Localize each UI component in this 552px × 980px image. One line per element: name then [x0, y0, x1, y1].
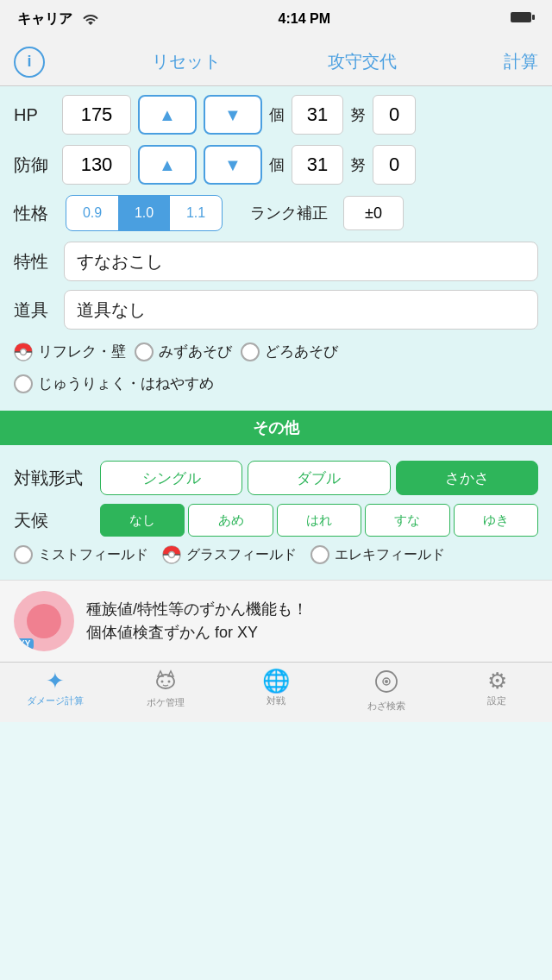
ability-row: 特性 すなおこし: [14, 242, 538, 281]
banner-line2: 個体値検査ずかん for XY: [86, 621, 308, 644]
mist-label: ミストフィールド: [38, 546, 148, 564]
section-header: その他: [0, 411, 552, 445]
battle-format-label: 対戦形式: [14, 467, 91, 490]
weather-rain-button[interactable]: あめ: [188, 504, 273, 537]
grass-field[interactable]: グラスフィールド: [162, 545, 297, 564]
defense-down-button[interactable]: ▼: [204, 145, 262, 185]
nature-opt-0[interactable]: 0.9: [66, 196, 118, 230]
weather-label: 天候: [14, 509, 91, 532]
condition-doroasobi[interactable]: どろあそび: [241, 342, 338, 361]
ability-input[interactable]: すなおこし: [64, 242, 538, 281]
radio-electric: [310, 545, 329, 564]
reset-button[interactable]: リセット: [152, 50, 221, 73]
damage-calc-icon: ✦: [46, 669, 65, 692]
condition-gravity-label: じゅうりょく・はねやすめ: [38, 374, 214, 393]
condition-row-2: じゅうりょく・はねやすめ: [14, 370, 538, 397]
defense-iv-value[interactable]: 31: [292, 145, 343, 185]
hp-ev-label: 努: [350, 104, 366, 125]
battle-icon: 🌐: [262, 669, 290, 692]
electric-label: エレキフィールド: [335, 546, 445, 564]
format-reverse-button[interactable]: さかさ: [396, 461, 538, 495]
time: 4:14 PM: [279, 11, 330, 27]
nature-opt-2[interactable]: 1.1: [170, 196, 222, 230]
rank-value[interactable]: ±0: [343, 196, 404, 230]
defense-up-button[interactable]: ▲: [138, 145, 197, 185]
defense-value[interactable]: 130: [62, 145, 131, 185]
item-input[interactable]: 道具なし: [64, 290, 538, 330]
nature-row: 性格 0.9 1.0 1.1 ランク補正 ±0: [14, 195, 538, 231]
other-section: その他 対戦形式 シングル ダブル さかさ 天候 なし あめ はれ すな ゆき …: [0, 411, 552, 580]
info-button[interactable]: i: [14, 47, 45, 78]
field-cond-row: ミストフィールド グラスフィールド エレキフィールド: [14, 545, 538, 564]
weather-buttons: なし あめ はれ すな ゆき: [100, 504, 538, 537]
nature-label: 性格: [14, 202, 55, 225]
carrier-wifi: キャリア: [17, 10, 98, 28]
radio-mist: [14, 545, 33, 564]
hp-down-button[interactable]: ▼: [204, 95, 262, 135]
defense-label: 防御: [14, 154, 55, 177]
tab-bar: ✦ ダメージ計算 ポケ管理 🌐 対戦: [0, 662, 552, 722]
radio-doroasobi: [241, 342, 260, 361]
tab-move-search[interactable]: わざ検索: [331, 669, 442, 713]
svg-point-13: [161, 681, 164, 683]
condition-reflect-label: リフレク・壁: [38, 342, 126, 361]
tab-damage-calc[interactable]: ✦ ダメージ計算: [0, 669, 110, 707]
tab-settings[interactable]: ⚙ 設定: [442, 669, 552, 707]
weather-none-button[interactable]: なし: [100, 504, 185, 537]
defense-ev-label: 努: [350, 154, 366, 175]
battery-icon: [511, 11, 535, 27]
banner-text: 種族値/特性等のずかん機能も！ 個体値検査ずかん for XY: [86, 598, 308, 644]
defense-row: 防御 130 ▲ ▼ 個 31 努 0: [14, 145, 538, 185]
hp-up-button[interactable]: ▲: [138, 95, 197, 135]
weather-snow-button[interactable]: ゆき: [454, 504, 538, 537]
svg-point-14: [168, 681, 171, 683]
svg-point-3: [21, 349, 27, 355]
bottom-banner[interactable]: XY 種族値/特性等のずかん機能も！ 個体値検査ずかん for XY: [0, 580, 552, 662]
electric-field[interactable]: エレキフィールド: [310, 545, 445, 564]
condition-row-1: リフレク・壁 みずあそび どろあそび: [14, 338, 538, 365]
hp-value[interactable]: 175: [62, 95, 131, 135]
hp-label: HP: [14, 105, 55, 125]
nature-opt-1[interactable]: 1.0: [118, 196, 170, 230]
tab-battle[interactable]: 🌐 対戦: [221, 669, 331, 707]
svg-point-7: [169, 552, 175, 558]
hp-ev-value[interactable]: 0: [373, 95, 416, 135]
tab-pokemon-manage[interactable]: ポケ管理: [110, 669, 221, 709]
radio-mizuasobi: [135, 342, 154, 361]
battle-format-buttons: シングル ダブル さかさ: [100, 461, 538, 495]
ability-label: 特性: [14, 250, 55, 273]
pokemon-manage-icon: [154, 669, 178, 694]
weather-sun-button[interactable]: はれ: [277, 504, 361, 537]
defense-ev-value[interactable]: 0: [373, 145, 416, 185]
condition-mizuasobi-label: みずあそび: [159, 342, 232, 361]
svg-point-17: [385, 680, 388, 683]
tab-battle-label: 対戦: [267, 694, 285, 707]
condition-mizuasobi[interactable]: みずあそび: [135, 342, 232, 361]
pokeball-icon-grass: [162, 545, 181, 564]
status-bar: キャリア 4:14 PM: [0, 0, 552, 38]
defense-iv-label: 個: [269, 154, 285, 175]
item-label: 道具: [14, 298, 55, 322]
weather-sand-button[interactable]: すな: [365, 504, 449, 537]
nav-bar: i リセット 攻守交代 計算: [0, 38, 552, 86]
format-single-button[interactable]: シングル: [100, 461, 242, 495]
rank-label: ランク補正: [250, 203, 328, 223]
calc-button[interactable]: 計算: [504, 50, 538, 73]
move-search-icon: [374, 669, 398, 697]
battle-format-row: 対戦形式 シングル ダブル さかさ: [14, 461, 538, 495]
nature-selector: 0.9 1.0 1.1: [66, 195, 223, 231]
hp-iv-value[interactable]: 31: [292, 95, 343, 135]
format-double-button[interactable]: ダブル: [248, 461, 390, 495]
weather-row: 天候 なし あめ はれ すな ゆき: [14, 504, 538, 537]
condition-reflect[interactable]: リフレク・壁: [14, 342, 126, 361]
banner-icon: XY: [14, 591, 74, 651]
grass-label: グラスフィールド: [186, 546, 297, 564]
tab-pokemon-label: ポケ管理: [147, 696, 185, 709]
svg-rect-0: [511, 12, 531, 22]
condition-doroasobi-label: どろあそび: [265, 342, 338, 361]
tab-damage-label: ダメージ計算: [27, 694, 84, 707]
swap-button[interactable]: 攻守交代: [328, 50, 397, 73]
main-content: HP 175 ▲ ▼ 個 31 努 0 防御 130 ▲ ▼ 個 31 努 0 …: [0, 86, 552, 411]
condition-gravity[interactable]: じゅうりょく・はねやすめ: [14, 374, 214, 393]
mist-field[interactable]: ミストフィールド: [14, 545, 148, 564]
